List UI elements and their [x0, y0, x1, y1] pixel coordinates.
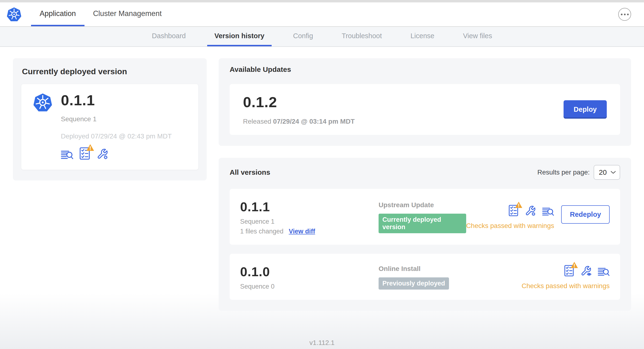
- view-diff-link[interactable]: View diff: [289, 228, 315, 235]
- preflight-checklist-warning-icon[interactable]: [564, 265, 574, 276]
- deploy-button[interactable]: Deploy: [564, 100, 607, 119]
- version-row-0-1-0: 0.1.0 Sequence 0 Online Install Previous…: [230, 254, 620, 300]
- console-version-footer: v1.112.1: [0, 311, 644, 346]
- diff-lines-magnifier-icon[interactable]: [598, 267, 610, 276]
- currently-deployed-panel: Currently deployed version: [13, 58, 207, 180]
- released-date: 07/29/24 @ 03:14 pm MDT: [273, 118, 355, 125]
- source-label: Online Install: [378, 265, 522, 272]
- deployed-version-body: 0.1.1 Sequence 1 Deployed 07/29/24 @ 02:…: [61, 92, 172, 160]
- deployed-sequence: Sequence 1: [61, 115, 172, 123]
- warning-triangle-icon: [570, 262, 578, 268]
- version-row-0-1-1: 0.1.1 Sequence 1 1 files changed View di…: [230, 189, 620, 245]
- diff-lines-magnifier-icon[interactable]: [542, 207, 554, 216]
- update-released-line: Released 07/29/24 @ 03:14 pm MDT: [243, 118, 355, 125]
- version-source: Online Install Previously deployed: [378, 265, 522, 290]
- main-content: Currently deployed version: [0, 47, 644, 311]
- checks-status-text: Checks passed with warnings: [466, 222, 554, 230]
- kubernetes-logo: [7, 7, 22, 22]
- version-history-page: Application Cluster Management Dashboard…: [0, 0, 644, 349]
- currently-deployed-card: 0.1.1 Sequence 1 Deployed 07/29/24 @ 02:…: [21, 84, 198, 170]
- right-column: Available Updates 0.1.2 Released 07/29/2…: [219, 58, 631, 311]
- subnav-tab-config[interactable]: Config: [286, 27, 320, 46]
- subnav-tab-dashboard[interactable]: Dashboard: [145, 27, 193, 46]
- all-versions-panel: All versions Results per page: 20: [219, 158, 631, 311]
- tab-cluster-management[interactable]: Cluster Management: [84, 2, 170, 26]
- row-files-changed: 1 files changed View diff: [240, 228, 378, 235]
- redeploy-button[interactable]: Redeploy: [561, 205, 610, 224]
- tab-application[interactable]: Application: [31, 2, 84, 26]
- subnav-tab-view-files[interactable]: View files: [456, 27, 499, 46]
- all-versions-title: All versions: [230, 168, 270, 176]
- subnav-tab-troubleshoot[interactable]: Troubleshoot: [335, 27, 389, 46]
- results-per-page-label: Results per page:: [537, 168, 590, 176]
- deployed-timestamp: Deployed 07/29/24 @ 02:43 pm MDT: [61, 132, 172, 140]
- results-per-page: Results per page: 20: [537, 165, 620, 180]
- all-versions-header: All versions Results per page: 20: [230, 165, 620, 180]
- warning-triangle-icon: [86, 144, 94, 151]
- update-version-number: 0.1.2: [243, 94, 355, 110]
- row-sequence: Sequence 1: [240, 218, 378, 225]
- version-info: 0.1.0 Sequence 0: [240, 264, 378, 290]
- ellipsis-icon: [621, 14, 622, 15]
- version-row-actions: Checks passed with warnings Redeploy: [466, 205, 610, 230]
- subnav-tab-version-history[interactable]: Version history: [207, 27, 272, 46]
- app-subnav: Dashboard Version history Config Trouble…: [0, 27, 644, 47]
- chevron-down-icon: [610, 171, 616, 174]
- available-update-info: 0.1.2 Released 07/29/24 @ 03:14 pm MDT: [243, 94, 355, 125]
- warning-triangle-icon: [515, 202, 522, 208]
- available-updates-panel: Available Updates 0.1.2 Released 07/29/2…: [219, 58, 631, 146]
- version-source: Upstream Update Currently deployed versi…: [378, 201, 466, 233]
- version-row-icons: Checks passed with warnings: [522, 265, 610, 290]
- header-tabs: Application Cluster Management: [31, 2, 170, 26]
- row-version-number: 0.1.1: [240, 199, 378, 214]
- diff-lines-magnifier-icon[interactable]: [61, 150, 73, 160]
- row-version-number: 0.1.0: [240, 264, 378, 279]
- row-sequence: Sequence 0: [240, 283, 378, 290]
- currently-deployed-title: Currently deployed version: [22, 67, 198, 76]
- checks-status-text: Checks passed with warnings: [522, 282, 610, 290]
- window-top-strip: [0, 0, 644, 2]
- preflight-checklist-warning-icon[interactable]: [509, 205, 519, 216]
- config-wrench-eye-icon[interactable]: [580, 266, 592, 276]
- available-update-card: 0.1.2 Released 07/29/24 @ 03:14 pm MDT D…: [230, 84, 620, 135]
- results-per-page-select[interactable]: 20: [594, 165, 620, 180]
- source-label: Upstream Update: [378, 201, 466, 209]
- currently-deployed-badge: Currently deployed version: [378, 214, 466, 233]
- version-row-actions: Checks passed with warnings: [522, 265, 610, 290]
- results-per-page-value: 20: [599, 168, 607, 176]
- deployed-version-actions: [61, 147, 172, 160]
- preflight-checklist-warning-icon[interactable]: [80, 147, 90, 160]
- deployed-version-number: 0.1.1: [61, 92, 172, 108]
- config-wrench-gear-icon[interactable]: [525, 205, 536, 216]
- kubernetes-logo: [33, 93, 52, 160]
- version-info: 0.1.1 Sequence 1 1 files changed View di…: [240, 199, 378, 235]
- released-label: Released: [243, 118, 271, 125]
- app-logo-wrap: [0, 2, 22, 26]
- version-row-icons: Checks passed with warnings: [466, 205, 554, 230]
- previously-deployed-badge: Previously deployed: [378, 278, 449, 290]
- ellipsis-menu-button[interactable]: [618, 8, 631, 21]
- subnav-tab-license[interactable]: License: [404, 27, 442, 46]
- config-wrench-gear-icon[interactable]: [97, 148, 108, 160]
- available-updates-title: Available Updates: [230, 66, 620, 74]
- app-header: Application Cluster Management: [0, 2, 644, 27]
